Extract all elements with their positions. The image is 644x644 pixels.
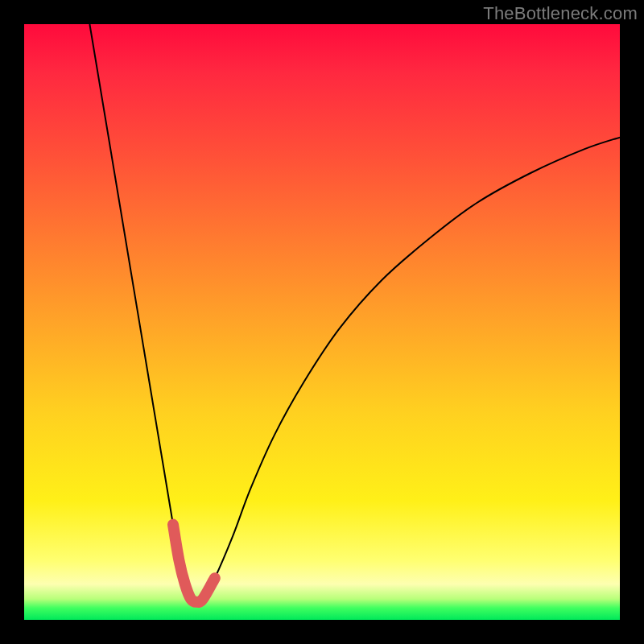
chart-frame: TheBottleneck.com bbox=[0, 0, 644, 644]
plot-area bbox=[24, 24, 620, 620]
bottleneck-curve bbox=[89, 24, 620, 602]
curve-layer bbox=[24, 24, 620, 620]
optimal-zone-highlight bbox=[173, 525, 215, 602]
watermark-text: TheBottleneck.com bbox=[483, 3, 638, 24]
